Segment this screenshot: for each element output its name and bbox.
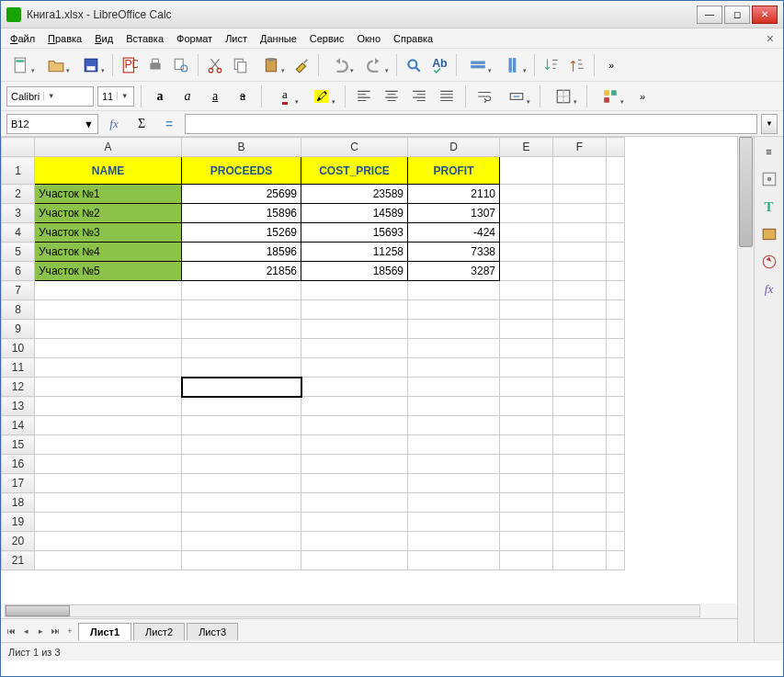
cell[interactable]: Участок №2 xyxy=(35,204,182,223)
cell[interactable] xyxy=(408,358,500,378)
cell[interactable] xyxy=(607,358,625,378)
cell[interactable] xyxy=(553,551,607,570)
cell[interactable] xyxy=(553,435,607,455)
cell[interactable] xyxy=(607,339,625,358)
col-header-C[interactable]: C xyxy=(301,138,408,157)
cell[interactable] xyxy=(301,513,408,532)
row-header[interactable]: 4 xyxy=(2,223,35,243)
functions-icon[interactable]: fx xyxy=(758,278,780,300)
cell[interactable]: PROCEEDS xyxy=(182,157,301,185)
cell[interactable] xyxy=(35,474,182,493)
equals-button[interactable]: = xyxy=(157,112,181,136)
cell[interactable] xyxy=(182,532,301,551)
cell[interactable]: NAME xyxy=(35,157,182,185)
cell[interactable] xyxy=(607,455,625,474)
row-header[interactable]: 8 xyxy=(2,300,35,320)
cell[interactable] xyxy=(301,397,408,416)
cell[interactable] xyxy=(35,281,182,300)
align-center-button[interactable] xyxy=(380,85,403,108)
cell[interactable] xyxy=(500,493,553,513)
cell[interactable]: PROFIT xyxy=(408,157,500,185)
name-box[interactable]: B12▼ xyxy=(6,114,98,134)
italic-button[interactable]: a xyxy=(176,85,199,108)
navigator-icon[interactable] xyxy=(758,251,780,273)
format-paintbrush-button[interactable] xyxy=(290,53,313,77)
cell[interactable] xyxy=(553,397,607,416)
cell[interactable] xyxy=(553,513,607,532)
cell[interactable] xyxy=(500,532,553,551)
row-header[interactable]: 15 xyxy=(2,435,35,455)
menu-edit[interactable]: Правка xyxy=(42,30,87,47)
cell[interactable] xyxy=(408,435,500,455)
cell[interactable] xyxy=(408,397,500,416)
cell[interactable] xyxy=(408,551,500,570)
row-header[interactable]: 6 xyxy=(2,262,35,281)
cell[interactable] xyxy=(301,300,408,320)
menu-view[interactable]: Вид xyxy=(89,30,119,47)
cell[interactable] xyxy=(301,416,408,435)
row-header[interactable]: 19 xyxy=(2,513,35,532)
cell[interactable] xyxy=(182,493,301,513)
sidebar-menu-icon[interactable]: ≡ xyxy=(758,141,780,163)
merge-button[interactable] xyxy=(500,85,533,108)
cell[interactable] xyxy=(500,513,553,532)
cell[interactable] xyxy=(500,157,553,185)
cell[interactable] xyxy=(500,339,553,358)
sum-button[interactable]: Σ xyxy=(130,112,153,136)
row-button[interactable] xyxy=(461,53,494,77)
row-header[interactable]: 14 xyxy=(2,416,35,435)
cell[interactable]: 18569 xyxy=(301,262,408,281)
cell[interactable] xyxy=(500,185,553,204)
cell[interactable] xyxy=(553,185,607,204)
col-header-G[interactable] xyxy=(607,138,625,157)
font-name-combo[interactable]: Calibri▼ xyxy=(6,86,94,107)
menu-insert[interactable]: Вставка xyxy=(120,30,169,47)
cell[interactable] xyxy=(553,532,607,551)
cell[interactable] xyxy=(607,532,625,551)
cell[interactable] xyxy=(607,378,625,397)
cell[interactable] xyxy=(500,358,553,378)
active-cell[interactable] xyxy=(182,378,301,397)
cell[interactable] xyxy=(35,493,182,513)
spreadsheet-grid[interactable]: A B C D E F 1 NAME PROCEEDS COST_PRICE P… xyxy=(1,137,737,604)
select-all-corner[interactable] xyxy=(2,138,35,157)
menu-window[interactable]: Окно xyxy=(351,30,386,47)
cell[interactable] xyxy=(35,416,182,435)
cell[interactable] xyxy=(553,455,607,474)
cell[interactable] xyxy=(301,378,408,397)
cell[interactable] xyxy=(301,339,408,358)
col-header-E[interactable]: E xyxy=(500,138,553,157)
print-button[interactable] xyxy=(143,53,167,77)
cell[interactable] xyxy=(607,243,625,262)
align-right-button[interactable] xyxy=(407,85,431,108)
cell[interactable] xyxy=(182,455,301,474)
cell[interactable] xyxy=(553,320,607,339)
cell[interactable] xyxy=(35,378,182,397)
cell[interactable] xyxy=(35,358,182,378)
cell[interactable] xyxy=(301,455,408,474)
minimize-button[interactable]: — xyxy=(697,6,722,24)
menu-sheet[interactable]: Лист xyxy=(220,30,253,47)
cell[interactable] xyxy=(182,320,301,339)
cell[interactable] xyxy=(553,474,607,493)
borders-button[interactable] xyxy=(547,85,580,108)
cell[interactable] xyxy=(500,455,553,474)
tab-nav-first[interactable]: ⏮ xyxy=(5,624,17,638)
font-color-button[interactable]: a xyxy=(268,85,301,108)
cell[interactable]: 7338 xyxy=(408,243,500,262)
cell[interactable] xyxy=(301,320,408,339)
close-button[interactable]: ✕ xyxy=(752,6,778,24)
more-icon[interactable]: » xyxy=(599,53,623,77)
cell[interactable] xyxy=(553,157,607,185)
cell[interactable]: 21856 xyxy=(182,262,301,281)
properties-icon[interactable] xyxy=(758,168,780,190)
row-header[interactable]: 2 xyxy=(2,185,35,204)
cell[interactable] xyxy=(35,435,182,455)
cell[interactable] xyxy=(500,435,553,455)
cell[interactable] xyxy=(182,358,301,378)
wrap-text-button[interactable] xyxy=(472,85,496,108)
col-header-B[interactable]: B xyxy=(182,138,301,157)
menu-format[interactable]: Формат xyxy=(171,30,218,47)
styles-icon[interactable]: T xyxy=(758,196,780,218)
cell[interactable] xyxy=(408,339,500,358)
